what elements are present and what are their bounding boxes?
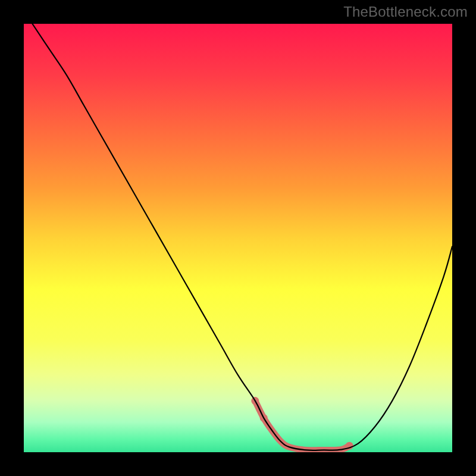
watermark-text: TheBottleneck.com — [343, 4, 468, 20]
curve-layer — [24, 24, 452, 452]
chart-frame: TheBottleneck.com — [0, 0, 476, 476]
plot-area — [24, 24, 452, 452]
bottleneck-curve — [32, 24, 452, 450]
